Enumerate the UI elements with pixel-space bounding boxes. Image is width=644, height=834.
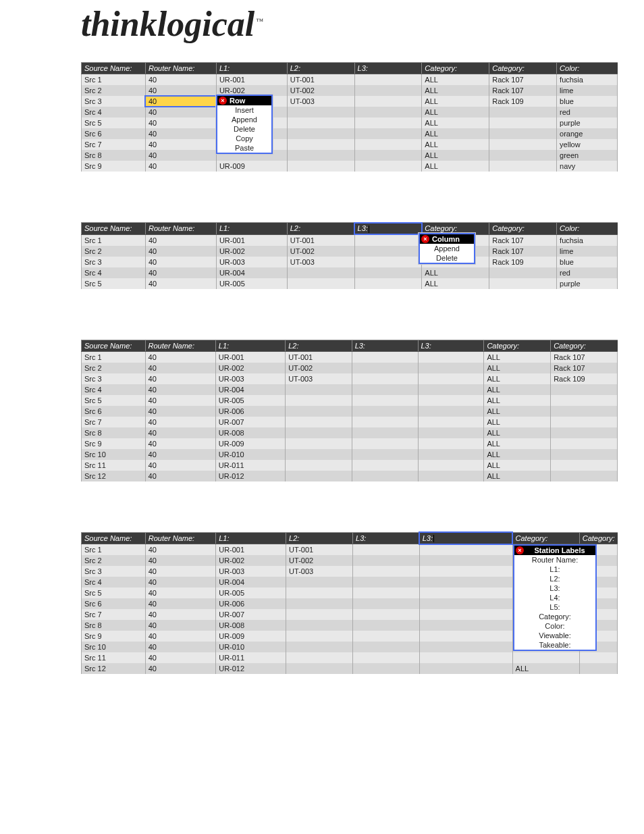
cell-color[interactable]: lime — [557, 85, 618, 96]
cell-rtr[interactable]: 40 — [145, 118, 216, 128]
cell-l2[interactable]: UT-003 — [287, 257, 354, 267]
cell-src[interactable]: Src 4 — [82, 267, 146, 278]
cell-rtr[interactable]: 40 — [145, 150, 216, 161]
cell-l1[interactable]: UR-007 — [215, 417, 285, 427]
cell-cat[interactable]: ALL — [422, 85, 489, 96]
cell-l3a[interactable] — [353, 663, 420, 674]
row-menu-copy[interactable]: Copy — [217, 134, 271, 143]
cell-l1[interactable]: UR-010 — [215, 449, 285, 460]
cell-rtr[interactable]: 40 — [145, 96, 216, 107]
cell-cat[interactable] — [512, 652, 579, 663]
th-l3b-editing[interactable]: L3: — [419, 532, 512, 544]
cell-l3a[interactable] — [353, 577, 420, 588]
row-context-menu[interactable]: × Row Insert Append Delete Copy Paste — [216, 95, 273, 154]
cell-l2[interactable] — [287, 267, 354, 278]
cell-cat[interactable]: ALL — [484, 417, 551, 427]
cell-src[interactable]: Src 11 — [82, 652, 146, 663]
th-color[interactable]: Color: — [557, 63, 618, 74]
cell-l1[interactable]: UR-005 — [215, 395, 285, 406]
cell-l3a[interactable] — [352, 460, 418, 471]
table-row[interactable]: Src 840ALLgreen — [82, 150, 618, 161]
cell-rtr[interactable]: 40 — [145, 406, 215, 417]
cell-l3a[interactable] — [352, 363, 418, 373]
th-source-name[interactable]: Source Name: — [82, 223, 146, 235]
cell-cat2[interactable] — [579, 652, 617, 663]
cell-cat[interactable]: ALL — [422, 267, 489, 278]
cell-rtr[interactable]: 40 — [145, 417, 215, 427]
cell-l1[interactable]: UR-001 — [216, 544, 286, 556]
cell-cat[interactable]: ALL — [484, 351, 551, 363]
cell-rtr[interactable]: 40 — [145, 460, 215, 471]
cell-cat[interactable]: ALL — [484, 363, 551, 373]
cell-l2[interactable]: UT-002 — [287, 85, 354, 96]
cell-l2[interactable] — [286, 631, 353, 642]
cell-l1[interactable]: UR-007 — [216, 609, 286, 620]
cell-l3[interactable] — [354, 118, 422, 128]
cell-cat2[interactable] — [551, 449, 618, 460]
cell-src[interactable]: Src 2 — [82, 363, 146, 373]
col-menu-delete[interactable]: Delete — [420, 253, 474, 263]
cell-src[interactable]: Src 7 — [82, 139, 146, 150]
table2[interactable]: Source Name: Router Name: L1: L2: L3: Ca… — [81, 222, 618, 289]
cell-l1[interactable]: UR-006 — [215, 406, 285, 417]
cell-cat2[interactable] — [551, 427, 618, 438]
cell-l1[interactable]: UR-002 — [216, 555, 286, 566]
cell-src[interactable]: Src 6 — [82, 598, 146, 609]
cell-cat2[interactable] — [489, 150, 557, 161]
cell-cat2[interactable] — [551, 438, 618, 449]
cell-l3[interactable] — [354, 139, 422, 150]
cell-l3b[interactable] — [419, 652, 512, 663]
cell-l3[interactable] — [354, 234, 422, 246]
cell-rtr[interactable]: 40 — [145, 438, 215, 449]
cell-l3b[interactable] — [419, 609, 512, 620]
cell-l1[interactable]: UR-009 — [216, 631, 286, 642]
cell-l3[interactable] — [354, 85, 422, 96]
cell-rtr[interactable]: 40 — [145, 107, 216, 118]
cell-src[interactable]: Src 6 — [82, 128, 146, 139]
table-row[interactable]: Src 240UR-002UT-002ALLRack 107lime — [82, 85, 618, 96]
row-menu-append[interactable]: Append — [217, 115, 271, 124]
cell-rtr[interactable]: 40 — [145, 278, 216, 289]
table-row[interactable]: Src 440UR-004ALL — [82, 384, 618, 395]
cell-l3[interactable] — [354, 246, 422, 257]
cell-src[interactable]: Src 9 — [82, 438, 146, 449]
cell-cat2[interactable] — [551, 417, 618, 427]
cell-rtr[interactable]: 40 — [145, 85, 216, 96]
cell-l1[interactable]: UR-010 — [216, 642, 286, 652]
th-l1[interactable]: L1: — [216, 532, 286, 544]
th-l1[interactable]: L1: — [215, 340, 285, 351]
cell-src[interactable]: Src 9 — [82, 161, 146, 172]
cell-rtr[interactable]: 40 — [145, 267, 216, 278]
cell-l1[interactable]: UR-011 — [216, 652, 286, 663]
cell-rtr[interactable]: 40 — [145, 74, 216, 86]
cell-cat[interactable]: ALL — [484, 449, 551, 460]
cell-cat2[interactable] — [489, 139, 557, 150]
th-source-name[interactable]: Source Name: — [82, 532, 146, 544]
th-l1[interactable]: L1: — [216, 223, 287, 235]
th-l2[interactable]: L2: — [287, 63, 354, 74]
table-row[interactable]: Src 1240UR-012ALL — [82, 471, 618, 481]
cell-cat2[interactable] — [551, 384, 618, 395]
column-context-menu[interactable]: × Column Append Delete — [419, 233, 475, 264]
cell-l2[interactable]: UT-001 — [287, 74, 354, 86]
th-router-name[interactable]: Router Name: — [145, 532, 215, 544]
th-category2[interactable]: Category: — [551, 340, 618, 351]
cell-src[interactable]: Src 6 — [82, 406, 146, 417]
cell-l2[interactable] — [287, 128, 354, 139]
cell-rtr[interactable]: 40 — [145, 620, 215, 631]
cell-color[interactable]: red — [557, 267, 618, 278]
cell-l1[interactable]: UR-002 — [215, 363, 285, 373]
cell-l2[interactable] — [286, 438, 352, 449]
cell-l3b[interactable] — [418, 438, 484, 449]
cell-l3b[interactable] — [419, 577, 512, 588]
cell-l3a[interactable] — [353, 598, 420, 609]
th-category[interactable]: Category: — [484, 340, 551, 351]
cell-rtr[interactable]: 40 — [145, 555, 215, 566]
cell-l3[interactable] — [354, 96, 422, 107]
cell-cat2[interactable]: Rack 109 — [551, 373, 618, 384]
cell-l3a[interactable] — [352, 384, 418, 395]
cell-l3b[interactable] — [418, 427, 484, 438]
cell-l2[interactable] — [286, 642, 353, 652]
th-router-name[interactable]: Router Name: — [145, 223, 216, 235]
table-row[interactable]: Src 140UR-001UT-001ALLRack 107fuchsia — [82, 74, 618, 86]
